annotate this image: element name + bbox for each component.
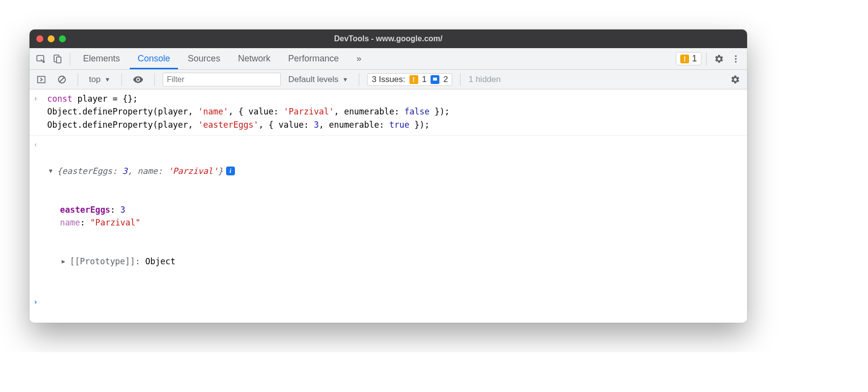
kebab-menu-icon[interactable] — [728, 52, 743, 66]
separator — [121, 73, 122, 86]
console-output-entry: {easterEggs: 3, name: 'Parzival'} i east… — [29, 138, 747, 295]
issues-summary[interactable]: 3 Issues: ! 1 2 — [367, 73, 452, 86]
context-selector[interactable]: top▼ — [86, 74, 114, 85]
filter-input[interactable] — [163, 73, 281, 86]
hidden-messages-label[interactable]: 1 hidden — [468, 75, 500, 84]
tab-network[interactable]: Network — [230, 48, 278, 69]
zoom-window-button[interactable] — [59, 35, 66, 42]
disclosure-triangle-icon[interactable] — [60, 257, 67, 266]
separator — [78, 73, 78, 86]
console-prompt[interactable] — [29, 295, 747, 308]
tab-elements[interactable]: Elements — [75, 48, 128, 69]
toggle-sidebar-icon[interactable] — [33, 74, 49, 85]
separator — [359, 73, 359, 86]
window-title: DevTools - www.google.com/ — [29, 34, 747, 43]
svg-point-5 — [735, 61, 736, 62]
live-expression-icon[interactable] — [130, 73, 146, 86]
traffic-lights — [36, 35, 66, 42]
info-icon — [431, 75, 439, 84]
info-icon[interactable]: i — [226, 167, 235, 175]
console-input-entry: const player = {};Object.defineProperty(… — [29, 91, 747, 136]
clear-console-icon[interactable] — [54, 74, 70, 85]
devtools-window: DevTools - www.google.com/ ElementsConso… — [29, 29, 747, 323]
close-window-button[interactable] — [36, 35, 43, 42]
issues-count: 1 — [692, 54, 697, 64]
separator — [70, 53, 70, 65]
warning-icon: ! — [409, 75, 418, 84]
device-toolbar-icon[interactable] — [50, 52, 65, 66]
tab-performance[interactable]: Performance — [280, 48, 347, 69]
object-property-row[interactable]: name: "Parzival" — [60, 216, 235, 229]
warning-icon: ! — [680, 55, 689, 63]
log-levels-selector[interactable]: Default levels▼ — [286, 74, 351, 85]
svg-point-3 — [735, 55, 736, 56]
tab-console[interactable]: Console — [130, 48, 178, 69]
console-output: const player = {};Object.defineProperty(… — [29, 89, 747, 323]
titlebar: DevTools - www.google.com/ — [29, 29, 747, 48]
input-marker-icon — [34, 92, 47, 131]
main-tabbar: ElementsConsoleSourcesNetworkPerformance… — [29, 48, 747, 70]
tab-sources[interactable]: Sources — [180, 48, 228, 69]
more-tabs-button[interactable]: » — [348, 48, 369, 69]
svg-point-4 — [735, 58, 736, 59]
separator — [706, 53, 707, 65]
separator — [154, 73, 155, 86]
svg-rect-0 — [37, 56, 44, 61]
minimize-window-button[interactable] — [48, 35, 55, 42]
svg-rect-6 — [38, 76, 45, 83]
svg-rect-2 — [57, 57, 61, 63]
prototype-row[interactable]: [[Prototype]]: Object — [47, 255, 235, 268]
console-settings-icon[interactable] — [727, 74, 743, 85]
issues-indicator[interactable]: ! 1 — [676, 52, 701, 65]
object-property-row[interactable]: easterEggs: 3 — [60, 203, 235, 216]
object-summary[interactable]: {easterEggs: 3, name: 'Parzival'} — [57, 165, 223, 177]
console-toolbar: top▼ Default levels▼ 3 Issues: ! 1 2 1 h… — [29, 70, 747, 89]
svg-line-8 — [59, 77, 64, 82]
output-marker-icon — [34, 139, 47, 294]
disclosure-triangle-icon[interactable] — [47, 167, 54, 176]
prompt-marker-icon — [34, 296, 47, 307]
separator — [460, 73, 461, 86]
inspect-element-icon[interactable] — [33, 52, 48, 66]
settings-icon[interactable] — [712, 52, 726, 66]
code-block: const player = {};Object.defineProperty(… — [47, 92, 450, 131]
